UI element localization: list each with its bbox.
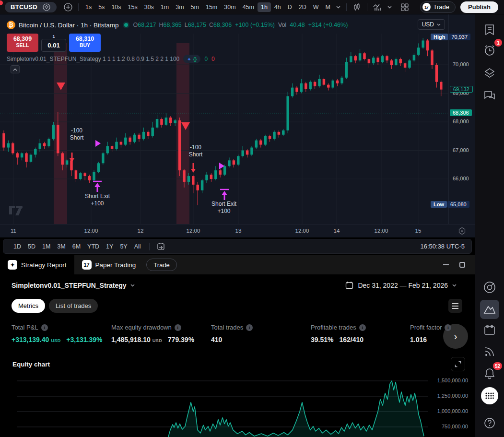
sell-button[interactable]: 68,309 SELL	[7, 34, 38, 52]
metric-label: Max equity drawdowni	[111, 324, 194, 331]
report-strategy-name[interactable]: Simpletonv0.01_STEPFUN_Strategy	[12, 282, 135, 289]
timeframe-W[interactable]: W	[310, 2, 322, 12]
info-icon[interactable]: i	[359, 324, 366, 331]
tab-strategy-report[interactable]: ✦ Strategy Report	[0, 255, 74, 274]
range-1m[interactable]: 1M	[39, 242, 54, 251]
collapse-legend-button[interactable]	[11, 65, 20, 73]
chart-style-candles-icon[interactable]	[352, 3, 361, 12]
time-axis[interactable]: 1112:001212:001312:001412:0015	[0, 224, 475, 237]
chart-settings-icon[interactable]	[458, 227, 466, 237]
add-symbol-icon[interactable]	[64, 3, 72, 12]
timeframe-more-chevron-icon[interactable]	[336, 6, 340, 9]
strategy-legend[interactable]: Simpletonv0.01_STEPFUN_Strategy 1 1 1 1.…	[7, 55, 215, 63]
info-icon[interactable]: i	[246, 324, 253, 331]
metrics-row: › Total P&Li+313,139.40USD+3,131.39%Max …	[0, 324, 475, 354]
range-ytd[interactable]: YTD	[84, 242, 103, 251]
minimize-panel-icon[interactable]	[443, 264, 449, 265]
range-6m[interactable]: 6M	[69, 242, 84, 251]
object-tree-layers-icon[interactable]	[480, 63, 499, 83]
tab-paper-trading[interactable]: 17 Paper Trading	[74, 255, 144, 274]
timeframe-10s[interactable]: 10s	[108, 2, 124, 12]
timeframe-30m[interactable]: 30m	[221, 2, 239, 12]
trade-button[interactable]: 17 Trade	[420, 1, 456, 13]
bottom-range-bar: 1D5D1M3M6MYTD1Y5YAll 16:50:38 UTC-5	[0, 237, 475, 255]
buy-button[interactable]: 68,310 BUY	[69, 34, 101, 52]
timeframe-D[interactable]: D	[284, 2, 295, 12]
chat-icon[interactable]	[480, 86, 499, 106]
apps-grid-icon[interactable]	[480, 386, 499, 405]
info-icon[interactable]: i	[41, 324, 48, 331]
diamond-icon	[43, 3, 50, 11]
report-date-range[interactable]: Dec 31, 2022 — Feb 21, 2026	[345, 281, 457, 289]
price-tick: 66,000	[453, 176, 469, 181]
ohlc-key: H	[159, 22, 164, 28]
maximize-panel-icon[interactable]	[459, 262, 465, 268]
alerts-clock-icon[interactable]: 1	[480, 41, 499, 60]
symbol-search-button[interactable]: BTCUSD	[5, 2, 57, 12]
range-5d[interactable]: 5D	[24, 242, 39, 251]
report-layout-icon[interactable]	[448, 299, 462, 313]
timeframe-5s[interactable]: 5s	[95, 2, 108, 12]
publish-button[interactable]: Publish	[460, 1, 498, 13]
trade-button-label: Trade	[434, 3, 449, 11]
layout-grid-icon[interactable]	[401, 3, 409, 11]
indicators-icon[interactable]	[373, 3, 383, 11]
metric-total-trades: Total tradesi410	[211, 324, 253, 343]
range-5y[interactable]: 5Y	[117, 242, 130, 251]
price-axis[interactable]: 70,00069,00068,00067,00066,000	[448, 14, 475, 224]
timeframe-2D[interactable]: 2D	[295, 2, 310, 12]
scanner-gauge-icon[interactable]	[480, 278, 499, 297]
timeframe-30s[interactable]: 30s	[141, 2, 157, 12]
timeframe-4h[interactable]: 4h	[271, 2, 284, 12]
metric-value: +313,139.40USD+3,131.39%	[12, 336, 102, 343]
metric-label: Total P&Li	[12, 324, 102, 331]
equity-chart-canvas[interactable]	[0, 370, 475, 437]
range-all[interactable]: All	[131, 242, 144, 251]
tab-trade[interactable]: Trade	[146, 259, 176, 271]
price-tick: 67,000	[453, 147, 469, 153]
market-status-icon[interactable]	[124, 23, 128, 27]
info-icon[interactable]: i	[445, 324, 451, 331]
timeframe-M[interactable]: M	[322, 2, 334, 12]
range-1d[interactable]: 1D	[10, 242, 24, 251]
timeframe-15m[interactable]: 15m	[202, 2, 221, 12]
metric-value: 39.51%162/410	[311, 336, 366, 343]
price-badge-high: High70,937	[431, 34, 470, 40]
metric-label: Total tradesi	[211, 324, 253, 331]
timeframe-1s[interactable]: 1s	[82, 2, 95, 12]
ideas-icon[interactable]	[480, 300, 499, 319]
calendar-icon[interactable]	[480, 320, 499, 340]
quantity-field[interactable]: 0.01	[41, 39, 66, 52]
pair-title[interactable]: Bitcoin / U.S. Dollar · 1h · Bitstamp	[19, 22, 119, 29]
timeframe-45m[interactable]: 45m	[239, 2, 258, 12]
watchlist-icon[interactable]	[480, 20, 499, 39]
toolbar-divider	[367, 3, 367, 11]
info-icon[interactable]: i	[175, 324, 181, 331]
timeframe-15s[interactable]: 15s	[125, 2, 141, 12]
metric-profitable-trades: Profitable tradesi39.51%162/410	[311, 324, 366, 343]
timeframe-1m[interactable]: 1m	[157, 2, 172, 12]
timeframe-3m[interactable]: 3m	[172, 2, 187, 12]
range-1y[interactable]: 1Y	[103, 242, 117, 251]
equity-chart-title: Equity chart	[12, 361, 50, 368]
range-3m[interactable]: 3M	[54, 242, 69, 251]
indicators-chevron-icon[interactable]	[387, 6, 392, 9]
streams-rss-icon[interactable]	[480, 342, 499, 361]
help-icon[interactable]	[480, 413, 499, 433]
chevron-down-icon	[452, 284, 457, 287]
go-to-date-icon[interactable]	[157, 242, 165, 250]
price-change: +100 (+0.15%)	[235, 22, 275, 28]
ohlc-key: L	[185, 22, 188, 28]
ohlc-key: C	[209, 22, 213, 28]
time-tick: 12:00	[375, 228, 388, 234]
notifications-bell-icon[interactable]: 52	[480, 364, 499, 383]
sidebar-divider	[482, 409, 497, 409]
clock-display[interactable]: 16:50:38 UTC-5	[421, 243, 465, 250]
timeframe-5m[interactable]: 5m	[188, 2, 202, 12]
subtab-list-of-trades[interactable]: List of trades	[49, 299, 98, 313]
subtab-metrics[interactable]: Metrics	[12, 299, 45, 313]
strategy-source-pill[interactable]: ✦ {}	[183, 55, 200, 63]
currency-select[interactable]: USD	[418, 19, 445, 30]
expand-equity-icon[interactable]	[451, 357, 465, 371]
timeframe-1h[interactable]: 1h	[258, 2, 271, 12]
